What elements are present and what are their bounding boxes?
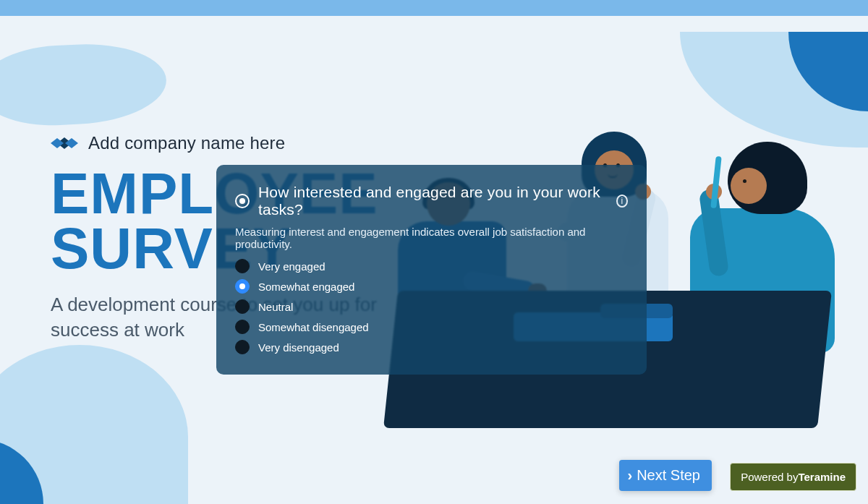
next-step-button[interactable]: › Next Step [619, 460, 712, 491]
slide-canvas: Add company name here EMPLOYEE SURVEY A … [0, 16, 868, 504]
option-somewhat-disengaged[interactable]: Somewhat disengaged [235, 320, 628, 334]
question-panel: How interested and engaged are you in yo… [216, 165, 647, 375]
chevron-right-icon: › [628, 467, 633, 484]
question-header: How interested and engaged are you in yo… [235, 184, 628, 218]
info-icon[interactable]: i [616, 195, 628, 208]
radio-icon[interactable] [235, 259, 250, 273]
question-description: Measuring interest and engagement indica… [235, 226, 628, 250]
option-label: Very engaged [258, 260, 326, 273]
company-logo-icon [51, 135, 78, 151]
radio-icon[interactable] [235, 320, 250, 334]
radio-icon[interactable] [235, 279, 250, 294]
question-text: How interested and engaged are you in yo… [258, 184, 603, 218]
option-label: Somewhat engaged [258, 281, 354, 293]
option-label: Neutral [258, 301, 293, 313]
radio-icon[interactable] [235, 340, 250, 354]
radio-question-type-icon [235, 194, 250, 208]
powered-by-button[interactable]: Powered byTeramine [730, 463, 856, 491]
options-list: Very engaged Somewhat engaged Neutral So… [235, 259, 628, 354]
option-neutral[interactable]: Neutral [235, 299, 628, 314]
decorative-blob [0, 40, 169, 129]
powered-by-brand: Teramine [798, 471, 846, 483]
option-very-engaged[interactable]: Very engaged [235, 259, 628, 273]
next-step-label: Next Step [637, 467, 700, 484]
company-name-text[interactable]: Add company name here [88, 133, 285, 153]
decorative-blob [0, 345, 188, 504]
radio-icon[interactable] [235, 299, 250, 314]
company-header: Add company name here [51, 133, 285, 153]
option-label: Somewhat disengaged [258, 321, 369, 333]
option-label: Very disengaged [258, 341, 339, 354]
powered-by-prefix: Powered by [741, 471, 798, 483]
window-top-bar [0, 0, 868, 16]
option-somewhat-engaged[interactable]: Somewhat engaged [235, 279, 628, 294]
option-very-disengaged[interactable]: Very disengaged [235, 340, 628, 354]
